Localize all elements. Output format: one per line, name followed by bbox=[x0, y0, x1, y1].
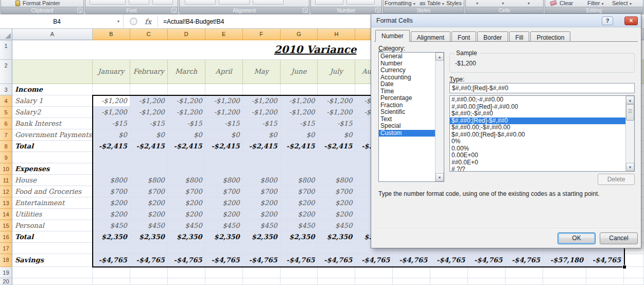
fill-handle[interactable] bbox=[622, 265, 626, 269]
codes-scrollbar[interactable]: ▲ ▼ bbox=[625, 96, 634, 171]
cell-D11[interactable]: $800 bbox=[168, 175, 205, 186]
format-painter-button[interactable]: Format Painter bbox=[23, 0, 60, 6]
cell-E17[interactable] bbox=[205, 243, 243, 254]
cell-H8[interactable]: -$2,415 bbox=[318, 141, 355, 152]
cell-B9[interactable] bbox=[93, 152, 130, 163]
cell-K19[interactable] bbox=[430, 267, 468, 278]
cell-E16[interactable]: $2,350 bbox=[205, 231, 243, 243]
row-header-3[interactable]: 3 bbox=[0, 84, 12, 95]
format-code-item[interactable]: #,##0.00;-#,##0.00 bbox=[450, 96, 625, 104]
cell-A11[interactable]: House bbox=[12, 175, 93, 186]
cell-G17[interactable] bbox=[281, 243, 318, 254]
cell-I19[interactable] bbox=[355, 267, 393, 278]
cell-F19[interactable] bbox=[243, 267, 281, 278]
cell-G2[interactable]: June bbox=[281, 60, 318, 84]
cell-F18[interactable]: -$4,765 bbox=[243, 254, 281, 267]
column-header-G[interactable]: G bbox=[281, 29, 318, 40]
cell-D15[interactable]: $450 bbox=[168, 220, 205, 231]
cell-H17[interactable] bbox=[318, 243, 355, 254]
tab-number[interactable]: Number bbox=[375, 30, 410, 42]
cell-E19[interactable] bbox=[205, 267, 243, 278]
cell-C14[interactable]: $200 bbox=[130, 209, 168, 220]
cell-B17[interactable] bbox=[93, 243, 130, 254]
cell-G12[interactable]: $700 bbox=[281, 186, 318, 197]
cell-F8[interactable]: -$2,415 bbox=[243, 141, 281, 152]
ok-button[interactable]: OK bbox=[558, 232, 596, 244]
cell-B19[interactable] bbox=[93, 267, 130, 278]
cell-G20[interactable] bbox=[281, 278, 318, 285]
formula-input[interactable]: =Actual!B4-Budget!B4 bbox=[163, 18, 224, 25]
format-code-item[interactable]: 0.00E+00 bbox=[450, 152, 625, 159]
cell-A14[interactable]: Utilities bbox=[12, 209, 93, 220]
cell-B11[interactable]: $800 bbox=[93, 175, 130, 186]
cell-C10[interactable] bbox=[130, 163, 168, 175]
cell-B18[interactable]: -$4,765 bbox=[93, 254, 130, 267]
dialog-close-button[interactable]: × bbox=[624, 16, 638, 25]
tab-fill[interactable]: Fill bbox=[509, 31, 529, 41]
cell-D4[interactable]: -$1,200 bbox=[168, 95, 205, 107]
cell-H16[interactable]: $2,350 bbox=[318, 231, 355, 243]
find-select-button[interactable]: Select ▾ bbox=[612, 0, 632, 6]
cell-G14[interactable]: $200 bbox=[281, 209, 318, 220]
cell-J18[interactable]: -$4,765 bbox=[393, 254, 430, 267]
cell-D7[interactable]: $0 bbox=[168, 129, 205, 141]
scroll-up-icon[interactable]: ▲ bbox=[626, 96, 634, 104]
cell-D10[interactable] bbox=[168, 163, 205, 175]
cell-G16[interactable]: $2,350 bbox=[281, 231, 318, 243]
format-code-item[interactable]: $#,##0;-$#,##0 bbox=[450, 110, 625, 118]
row-header-12[interactable]: 12 bbox=[0, 186, 12, 197]
cell-H4[interactable]: -$1,200 bbox=[318, 95, 355, 107]
cell-E2[interactable]: April bbox=[205, 60, 243, 84]
select-all-corner[interactable] bbox=[0, 29, 12, 40]
cell-D3[interactable] bbox=[168, 84, 205, 95]
row-header-18[interactable]: 18 bbox=[0, 254, 12, 267]
category-scrollbar[interactable]: ▲ ▼ bbox=[435, 53, 444, 181]
cell-C19[interactable] bbox=[130, 267, 168, 278]
insert-cells-dropdown-icon[interactable]: ▾ bbox=[476, 1, 478, 6]
cell-P18[interactable] bbox=[624, 254, 644, 267]
row-header-16[interactable]: 16 bbox=[0, 231, 12, 243]
cell-N18[interactable]: -$57,180 bbox=[543, 254, 586, 267]
column-header-C[interactable]: C bbox=[130, 29, 168, 40]
tab-border[interactable]: Border bbox=[477, 31, 508, 41]
cell-E8[interactable]: -$2,415 bbox=[205, 141, 243, 152]
cell-F15[interactable]: $450 bbox=[243, 220, 281, 231]
row-header-1[interactable]: 1 bbox=[0, 40, 12, 60]
cell-A17[interactable] bbox=[12, 243, 93, 254]
row-header-14[interactable]: 14 bbox=[0, 209, 12, 220]
cell-O19[interactable] bbox=[586, 267, 624, 278]
column-header-B[interactable]: B bbox=[93, 29, 130, 40]
cell-D13[interactable]: $200 bbox=[168, 197, 205, 209]
cell-F9[interactable] bbox=[243, 152, 281, 163]
cell-B16[interactable]: $2,350 bbox=[93, 231, 130, 243]
cell-G9[interactable] bbox=[281, 152, 318, 163]
column-header-A[interactable]: A bbox=[12, 29, 93, 40]
cell-C12[interactable]: $700 bbox=[130, 186, 168, 197]
cell-H15[interactable]: $450 bbox=[318, 220, 355, 231]
cell-E12[interactable]: $700 bbox=[205, 186, 243, 197]
cell-D2[interactable]: March bbox=[168, 60, 205, 84]
row-header-13[interactable]: 13 bbox=[0, 197, 12, 209]
row-header-6[interactable]: 6 bbox=[0, 118, 12, 129]
cell-C11[interactable]: $800 bbox=[130, 175, 168, 186]
cell-G10[interactable] bbox=[281, 163, 318, 175]
cell-B12[interactable]: $700 bbox=[93, 186, 130, 197]
cell-C8[interactable]: -$2,415 bbox=[130, 141, 168, 152]
cell-E1[interactable] bbox=[205, 40, 243, 60]
row-header-2[interactable]: 2 bbox=[0, 60, 12, 84]
scroll-down-icon[interactable]: ▼ bbox=[436, 173, 444, 181]
cell-E15[interactable]: $450 bbox=[205, 220, 243, 231]
cell-C15[interactable]: $450 bbox=[130, 220, 168, 231]
cell-E13[interactable]: $200 bbox=[205, 197, 243, 209]
cell-F2[interactable]: May bbox=[243, 60, 281, 84]
cell-G18[interactable]: -$4,765 bbox=[281, 254, 318, 267]
cell-C16[interactable]: $2,350 bbox=[130, 231, 168, 243]
formula-bar-collapse-button[interactable] bbox=[130, 18, 137, 25]
row-header-10[interactable]: 10 bbox=[0, 163, 12, 175]
cell-A16[interactable]: Total bbox=[12, 231, 93, 243]
cell-B4[interactable]: -$1,200 bbox=[93, 95, 130, 107]
clipboard-dialog-launcher-icon[interactable]: ↘ bbox=[77, 8, 82, 13]
cell-H10[interactable] bbox=[318, 163, 355, 175]
cell-F3[interactable] bbox=[243, 84, 281, 95]
cell-G5[interactable]: -$1,200 bbox=[281, 107, 318, 118]
